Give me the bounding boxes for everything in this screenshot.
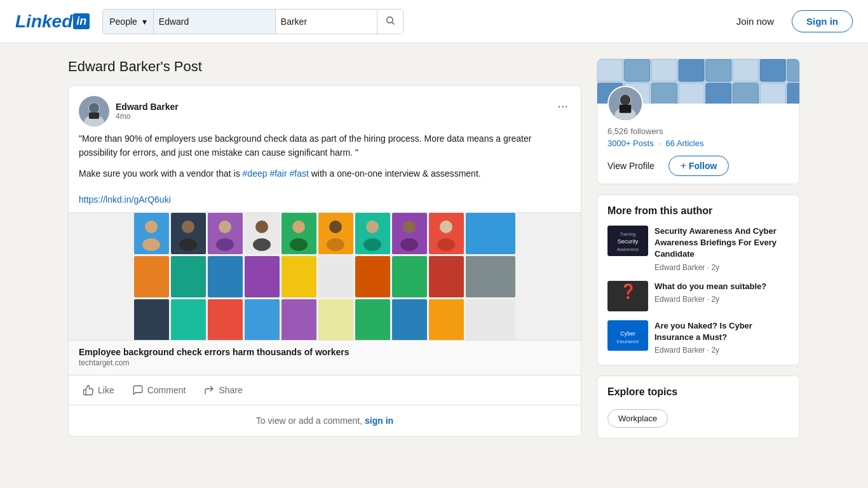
page-layout: Edward Barker's Post Edward bbox=[53, 58, 815, 438]
hashtags: #deep #fair #fast bbox=[243, 168, 309, 179]
article-meta-author-1: Edward Barker · 2y bbox=[654, 263, 789, 272]
post-header: Edward Barker 4mo ··· bbox=[69, 86, 581, 132]
article-preview[interactable]: Employee background check errors harm th… bbox=[69, 340, 581, 375]
svg-rect-57 bbox=[625, 59, 650, 81]
svg-point-52 bbox=[400, 238, 418, 251]
post-time: 4mo bbox=[116, 112, 179, 121]
join-now-button[interactable]: Join now bbox=[726, 12, 784, 30]
article-thumbnail-3: Cyber Insurance bbox=[607, 320, 648, 351]
article-source: techtarget.com bbox=[79, 358, 571, 367]
share-icon bbox=[203, 384, 215, 396]
logo-text: Linked bbox=[15, 11, 72, 32]
svg-point-38 bbox=[142, 238, 160, 251]
article-meta-author-3: Edward Barker · 2y bbox=[654, 346, 789, 355]
article-meta-1: Security Awareness And Cyber Awareness B… bbox=[654, 226, 789, 272]
article-thumbnail-2: ❓ bbox=[607, 281, 648, 311]
like-label: Like bbox=[98, 385, 114, 395]
search-last-input[interactable] bbox=[275, 10, 377, 34]
svg-rect-27 bbox=[134, 299, 169, 340]
search-button[interactable] bbox=[377, 10, 403, 34]
like-button[interactable]: Like bbox=[74, 378, 123, 402]
post-link[interactable]: https://lnkd.in/gArQ6uki bbox=[69, 194, 581, 205]
follower-count: 6,526 followers bbox=[607, 126, 789, 136]
comment-button[interactable]: Comment bbox=[123, 378, 195, 402]
svg-rect-16 bbox=[466, 213, 515, 254]
follow-label: Follow bbox=[689, 161, 717, 171]
svg-text:Insurance: Insurance bbox=[616, 339, 639, 344]
explore-topics-title: Explore topics bbox=[607, 386, 789, 398]
svg-point-54 bbox=[437, 238, 455, 251]
svg-point-50 bbox=[363, 238, 381, 251]
svg-rect-58 bbox=[651, 59, 677, 81]
comment-label: Comment bbox=[147, 385, 186, 395]
post-image bbox=[69, 213, 581, 340]
share-button[interactable]: Share bbox=[194, 378, 251, 402]
svg-point-37 bbox=[145, 220, 158, 233]
share-label: Share bbox=[219, 385, 242, 395]
svg-rect-62 bbox=[760, 59, 785, 81]
svg-rect-30 bbox=[245, 299, 280, 340]
svg-rect-20 bbox=[245, 256, 280, 297]
article-meta-author-2: Edward Barker · 2y bbox=[654, 295, 789, 304]
sign-in-link[interactable]: sign in bbox=[365, 416, 393, 426]
search-first-input[interactable] bbox=[154, 10, 275, 34]
svg-rect-17 bbox=[134, 256, 169, 297]
author-details: Edward Barker 4mo bbox=[116, 102, 179, 121]
list-item[interactable]: Security Awareness Training Security Awa… bbox=[607, 226, 789, 272]
sidebar: 6,526 followers 3000+ Posts · 66 Article… bbox=[597, 58, 800, 438]
logo-box: in bbox=[73, 13, 90, 29]
articles-link[interactable]: 66 Articles bbox=[666, 139, 704, 148]
search-filter-dropdown[interactable]: People ▾ bbox=[103, 10, 154, 34]
topic-pill-workplace[interactable]: Workplace bbox=[607, 409, 668, 428]
svg-rect-34 bbox=[392, 299, 427, 340]
svg-line-1 bbox=[392, 22, 394, 24]
svg-rect-28 bbox=[171, 299, 206, 340]
list-item[interactable]: ❓ What do you mean suitable? Edward Bark… bbox=[607, 281, 789, 311]
view-profile-button[interactable]: View Profile bbox=[607, 157, 662, 175]
profile-avatar[interactable] bbox=[607, 86, 643, 121]
svg-rect-6 bbox=[89, 112, 99, 119]
svg-rect-31 bbox=[281, 299, 316, 340]
svg-point-5 bbox=[89, 103, 99, 113]
svg-rect-36 bbox=[466, 299, 515, 340]
author-avatar[interactable] bbox=[79, 96, 109, 126]
article-title: Employee background check errors harm th… bbox=[79, 347, 571, 357]
post-body: "More than 90% of employers use backgrou… bbox=[69, 132, 581, 194]
comment-icon bbox=[132, 384, 144, 396]
post-author-info: Edward Barker 4mo bbox=[79, 96, 179, 126]
profile-info: 6,526 followers 3000+ Posts · 66 Article… bbox=[597, 121, 799, 184]
linkedin-logo[interactable]: Linkedin bbox=[15, 11, 90, 32]
explore-topics-card: Explore topics Workplace bbox=[597, 376, 800, 438]
posts-link[interactable]: 3000+ Posts bbox=[607, 139, 654, 148]
svg-text:Awareness: Awareness bbox=[617, 247, 639, 252]
header: Linkedin People ▾ Join now Sign in bbox=[0, 0, 868, 43]
follow-button[interactable]: + Follow bbox=[668, 156, 729, 176]
post-card: Edward Barker 4mo ··· "More than 90% of … bbox=[68, 85, 581, 437]
svg-rect-26 bbox=[466, 256, 515, 297]
article-meta-title-2: What do you mean suitable? bbox=[654, 281, 789, 292]
svg-rect-33 bbox=[355, 299, 390, 340]
more-from-author-card: More from this author Security Awareness… bbox=[597, 194, 800, 365]
article-meta-title-1: Security Awareness And Cyber Awareness B… bbox=[654, 226, 789, 261]
sign-in-button[interactable]: Sign in bbox=[792, 10, 853, 32]
svg-point-43 bbox=[255, 220, 268, 233]
svg-point-42 bbox=[216, 238, 234, 251]
svg-point-40 bbox=[179, 238, 197, 251]
post-image-container: Employee background check errors harm th… bbox=[69, 212, 581, 375]
svg-text:Cyber: Cyber bbox=[620, 330, 635, 337]
svg-point-45 bbox=[292, 220, 305, 233]
list-item[interactable]: Cyber Insurance Are you Naked? Is Cyber … bbox=[607, 320, 789, 355]
svg-rect-63 bbox=[787, 59, 799, 81]
svg-rect-60 bbox=[706, 59, 731, 81]
svg-rect-22 bbox=[318, 256, 353, 297]
plus-icon: + bbox=[681, 160, 686, 172]
svg-rect-25 bbox=[429, 256, 464, 297]
profile-stats: 3000+ Posts · 66 Articles bbox=[607, 139, 789, 148]
svg-point-75 bbox=[620, 95, 631, 105]
search-filter-label: People bbox=[109, 17, 137, 27]
post-menu-button[interactable]: ··· bbox=[555, 96, 571, 116]
svg-rect-76 bbox=[620, 105, 632, 113]
page-title: Edward Barker's Post bbox=[68, 58, 581, 75]
svg-point-49 bbox=[366, 220, 379, 233]
svg-rect-56 bbox=[597, 59, 623, 81]
